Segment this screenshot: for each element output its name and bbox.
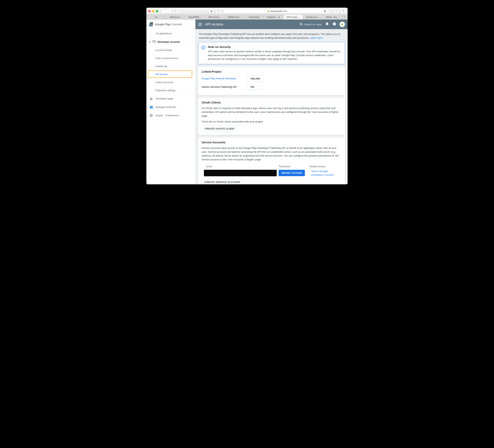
tabs-overview-icon[interactable]: ❐ bbox=[340, 9, 346, 13]
selection-highlight bbox=[148, 71, 192, 78]
close-window-button[interactable] bbox=[148, 10, 151, 12]
search-placeholder: Search for apps bbox=[304, 23, 322, 26]
sidebar-toggle-icon[interactable] bbox=[173, 9, 179, 13]
oauth-clients-card: OAuth Clients An OAuth client is require… bbox=[198, 98, 345, 135]
audio-icon[interactable]: 🔊 bbox=[324, 10, 327, 12]
browser-tab[interactable]: Publish to G… bbox=[225, 14, 244, 19]
sidebar-item-manage-email[interactable]: 👥 Manage email lists bbox=[146, 103, 195, 111]
reload-icon[interactable]: ⟳ bbox=[328, 10, 329, 12]
intro-text: The Google Play Developer Publishing API… bbox=[198, 32, 345, 42]
svg-point-21 bbox=[342, 24, 342, 24]
svg-point-15 bbox=[300, 23, 302, 25]
forward-button[interactable]: › bbox=[167, 9, 172, 13]
svg-point-17 bbox=[327, 25, 327, 25]
bell-icon[interactable] bbox=[325, 22, 329, 26]
new-tab-button[interactable]: + bbox=[342, 14, 348, 19]
sidebar-item-payments-settings[interactable]: Payments settings bbox=[146, 86, 195, 94]
back-button[interactable]: ‹ bbox=[161, 9, 167, 13]
grant-access-button[interactable]: GRANT ACCESS bbox=[279, 170, 305, 176]
sidebar-item-developer-page[interactable]: ▦ Developer page bbox=[146, 94, 195, 103]
play-console-logo-icon bbox=[149, 22, 153, 26]
site-info-icon[interactable]: ⓘ bbox=[215, 9, 221, 13]
oauth-title: OAuth Clients bbox=[202, 101, 342, 104]
caret-down-icon: ▼ bbox=[149, 41, 151, 43]
avatar[interactable] bbox=[340, 22, 345, 27]
app-topbar: API access Search for apps ? bbox=[196, 20, 348, 29]
svg-rect-8 bbox=[155, 42, 155, 42]
svg-line-16 bbox=[302, 25, 303, 25]
building-icon bbox=[152, 40, 156, 43]
browser-tab[interactable]: Service acc… bbox=[303, 14, 323, 19]
sidebar-group-developer-account[interactable]: ▼ Developer account bbox=[146, 37, 195, 46]
tab-audio-icon: 🔊 bbox=[278, 16, 280, 18]
search-apps[interactable]: Search for apps bbox=[300, 23, 322, 26]
help-icon[interactable]: ? bbox=[332, 22, 336, 26]
svc-table-row: GRANT ACCESS View in Google Developers C… bbox=[202, 169, 342, 179]
sidebar-item-all-apps[interactable]: ← All applications bbox=[146, 29, 195, 37]
svg-rect-7 bbox=[154, 42, 154, 42]
main-area: API access Search for apps ? bbox=[196, 20, 348, 184]
svg-point-22 bbox=[342, 24, 343, 24]
search-icon bbox=[300, 23, 303, 26]
service-accounts-card: Service Accounts Service accounts allow … bbox=[198, 137, 345, 184]
brand[interactable]: Google Play Console bbox=[146, 20, 195, 29]
browser-window: ‹ › ◑ ⓘ 🔒 play.google.com 🔊 ⟳ ⇪ ❐ Cc del… bbox=[146, 8, 348, 184]
page-icon: ▦ bbox=[149, 97, 153, 100]
maximize-window-button[interactable] bbox=[156, 10, 158, 12]
nav-back-forward: ‹ › bbox=[161, 9, 172, 13]
oauth-desc: An OAuth client is required to build int… bbox=[202, 106, 342, 118]
col-permission: Permission bbox=[279, 165, 310, 168]
games-api-toggle-button[interactable]: ON bbox=[247, 84, 257, 90]
view-in-gdc-link[interactable]: View in Google Developers Console bbox=[311, 170, 333, 176]
svg-rect-6 bbox=[153, 42, 153, 42]
svg-rect-3 bbox=[153, 41, 153, 41]
games-api-label: Games Services Publishing API bbox=[202, 86, 244, 88]
linked-project-link[interactable]: Google Play Android Developer bbox=[202, 77, 244, 80]
browser-tab-active[interactable]: API access… bbox=[284, 14, 303, 19]
linked-project-card: Linked Project Google Play Android Devel… bbox=[198, 67, 345, 95]
learn-more-link[interactable]: Learn more bbox=[310, 37, 322, 39]
minimize-window-button[interactable] bbox=[152, 10, 154, 12]
url-host: play.google.com bbox=[271, 10, 287, 12]
col-email: Email bbox=[206, 165, 279, 168]
sidebar-item-activity-log[interactable]: Activity log bbox=[146, 62, 195, 70]
arrow-left-icon: ← bbox=[149, 32, 153, 35]
note-title: Note on Security bbox=[208, 45, 342, 49]
svc-table-header: Email Permission Modify account bbox=[202, 164, 342, 169]
window-traffic-lights bbox=[148, 10, 158, 12]
browser-tab[interactable]: Fragmen…🔊 bbox=[264, 14, 284, 19]
sidebar-item-preferences[interactable]: laravel Preferences bbox=[146, 111, 195, 120]
svg-point-13 bbox=[151, 115, 152, 116]
create-oauth-client-button[interactable]: CREATE OAUTH CLIENT bbox=[202, 125, 238, 132]
service-account-email-redacted bbox=[204, 170, 277, 176]
sidebar-item-users-permissions[interactable]: Users & permissions bbox=[146, 54, 195, 62]
page-title: API access bbox=[205, 22, 223, 26]
browser-tab[interactable]: Stores · Sm… bbox=[323, 14, 342, 19]
svc-desc: Service accounts allow access to the Goo… bbox=[202, 146, 342, 162]
window-titlebar: ‹ › ◑ ⓘ 🔒 play.google.com 🔊 ⟳ ⇪ ❐ bbox=[146, 8, 348, 14]
browser-tab[interactable]: API access… bbox=[205, 14, 225, 19]
menu-icon[interactable] bbox=[198, 23, 202, 26]
svg-point-14 bbox=[150, 116, 151, 116]
svg-rect-0 bbox=[175, 10, 177, 12]
create-service-account-button[interactable]: CREATE SERVICE ACCOUNT bbox=[202, 179, 243, 184]
svg-rect-5 bbox=[155, 41, 155, 41]
browser-tab[interactable]: Cc bbox=[146, 14, 166, 19]
browser-tab[interactable]: delivery.ac… bbox=[166, 14, 185, 19]
unlink-button[interactable]: UNLINK bbox=[247, 75, 263, 82]
sidebar-item-api-access[interactable]: API access bbox=[146, 70, 195, 78]
browser-tab[interactable]: Grammarly bbox=[244, 14, 264, 19]
browser-tab[interactable]: Bug 59400:… bbox=[185, 14, 205, 19]
svg-rect-4 bbox=[154, 41, 154, 41]
share-icon[interactable]: ⇪ bbox=[333, 9, 339, 13]
sidebar-item-linked-accounts[interactable]: Linked accounts bbox=[146, 78, 195, 86]
sidebar: Google Play Console ← All applications ▼… bbox=[146, 20, 196, 184]
oauth-empty: There are no OAuth clients associated wi… bbox=[202, 120, 342, 124]
privacy-report-icon[interactable]: ◑ bbox=[209, 9, 214, 13]
address-bar[interactable]: 🔒 play.google.com 🔊 ⟳ bbox=[223, 9, 331, 13]
sidebar-item-account-details[interactable]: Account details bbox=[146, 46, 195, 54]
svg-point-20 bbox=[342, 23, 343, 25]
svg-point-12 bbox=[150, 114, 151, 115]
svg-text:?: ? bbox=[334, 23, 335, 25]
info-icon: i bbox=[201, 46, 205, 50]
